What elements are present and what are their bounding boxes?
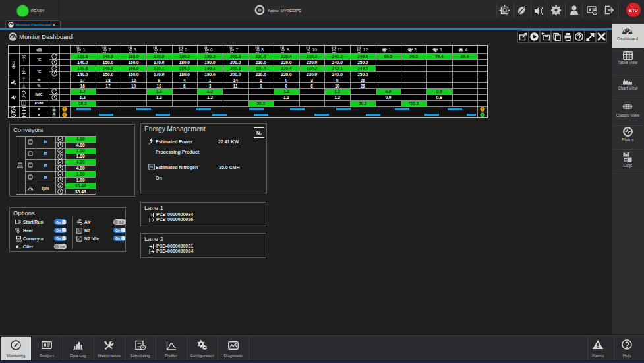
svg-text:N: N	[150, 165, 153, 169]
svg-text:N: N	[78, 228, 81, 232]
